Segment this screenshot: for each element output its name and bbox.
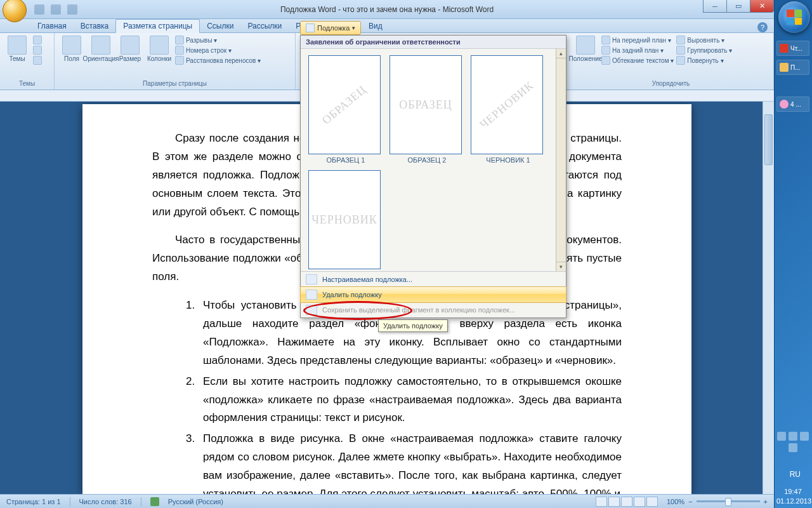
watermark-icon (306, 23, 315, 32)
position-icon (576, 36, 595, 55)
zoom-level[interactable]: 100% (667, 498, 684, 505)
tab-page-layout[interactable]: Разметка страницы (115, 19, 200, 33)
undo-icon[interactable] (51, 4, 61, 15)
draft-view[interactable] (646, 497, 658, 507)
help-button[interactable]: ? (757, 22, 768, 32)
theme-fonts-icon[interactable] (33, 46, 42, 55)
tray-icons[interactable] (776, 432, 809, 452)
front-icon (601, 36, 610, 44)
group-label-arrange: Упорядочить (572, 80, 769, 88)
status-page[interactable]: Страница: 1 из 1 (6, 498, 61, 505)
bring-front-button[interactable]: На передний план ▾ (601, 36, 674, 44)
custom-watermark-icon (306, 274, 317, 284)
tab-mailings[interactable]: Рассылки (240, 20, 289, 32)
theme-colors-icon[interactable] (33, 36, 42, 44)
yandex-icon (780, 44, 789, 53)
line-numbers-icon (175, 46, 184, 55)
gallery-scrollbar[interactable] (556, 49, 566, 271)
back-icon (601, 46, 610, 55)
print-layout-view[interactable] (596, 497, 607, 507)
breaks-icon (175, 36, 184, 44)
watermark-thumb-sample1[interactable]: ОБРАЗЕЦОБРАЗЕЦ 1 (308, 55, 383, 164)
line-numbers-button[interactable]: Номера строк ▾ (175, 46, 261, 55)
quick-access-toolbar (34, 4, 77, 15)
status-bar: Страница: 1 из 1 Число слов: 316 Русский… (0, 494, 774, 508)
save-icon[interactable] (34, 4, 44, 15)
remove-watermark-item[interactable]: Удалить подложку (300, 286, 566, 303)
save-watermark-item: Сохранить выделенный фрагмент в коллекци… (301, 302, 566, 318)
hyphenation-button[interactable]: Расстановка переносов ▾ (175, 56, 261, 65)
taskbar-item-explorer[interactable]: П... (776, 60, 809, 75)
maximize-button[interactable]: ▭ (726, 0, 750, 13)
list-item: Подложка в виде рисунка. В окне «настраи… (198, 430, 622, 494)
group-button[interactable]: Группировать ▾ (676, 46, 732, 55)
status-word-count[interactable]: Число слов: 316 (79, 498, 132, 505)
themes-button[interactable]: Темы (4, 36, 30, 80)
proofing-icon[interactable] (150, 497, 159, 506)
dropdown-section-header: Заявления об ограничении ответственности (301, 36, 566, 49)
send-back-button[interactable]: На задний план ▾ (601, 46, 674, 55)
tab-view[interactable]: Вид (362, 20, 390, 32)
breaks-button[interactable]: Разрывы ▾ (175, 36, 261, 44)
messages-icon (780, 100, 789, 109)
zoom-slider[interactable] (697, 500, 760, 502)
windows-logo-icon (787, 10, 802, 25)
watermark-thumb-draft2[interactable]: ЧЕРНОВИКЧЕРНОВИК 2 (308, 170, 383, 271)
ribbon-tabs: Главная Вставка Разметка страницы Ссылки… (0, 19, 774, 33)
zoom-in-button[interactable]: + (764, 498, 768, 505)
watermark-button[interactable]: Подложка (300, 21, 361, 35)
taskbar-item-yandex[interactable]: Чт... (776, 41, 809, 56)
full-screen-view[interactable] (608, 497, 620, 507)
start-button[interactable] (778, 1, 810, 33)
titlebar: Подложка Word - что это и зачем она нужн… (0, 0, 774, 19)
group-label-page-setup: Параметры страницы (58, 80, 291, 88)
outline-view[interactable] (634, 497, 645, 507)
size-button[interactable]: Размер (117, 36, 143, 80)
custom-watermark-item[interactable]: Настраиваемая подложка... (301, 272, 566, 287)
list-item: Если вы хотите настроить подложку самост… (198, 373, 622, 428)
watermark-thumb-draft1[interactable]: ЧЕРНОВИКЧЕРНОВИК 1 (471, 55, 546, 164)
theme-effects-icon[interactable] (33, 56, 42, 65)
group-label-themes: Темы (4, 80, 50, 88)
save-watermark-icon (306, 305, 317, 315)
office-button[interactable] (3, 0, 27, 22)
watermark-thumb-sample2[interactable]: ОБРАЗЕЦОБРАЗЕЦ 2 (390, 55, 464, 164)
watermark-gallery: ОБРАЗЕЦОБРАЗЕЦ 1 ОБРАЗЕЦОБРАЗЕЦ 2 ЧЕРНОВ… (301, 49, 566, 271)
tab-home[interactable]: Главная (30, 20, 74, 32)
margins-button[interactable]: Поля (58, 36, 85, 80)
taskbar-item-messages[interactable]: 4 ... (776, 97, 809, 112)
scrollbar-thumb[interactable] (764, 114, 773, 165)
window-title: Подложка Word - что это и зачем она нужн… (0, 5, 774, 14)
align-icon (676, 36, 685, 44)
view-buttons (596, 497, 658, 507)
tab-insert[interactable]: Вставка (74, 20, 116, 32)
rotate-button[interactable]: Повернуть ▾ (676, 56, 732, 65)
themes-icon (8, 36, 27, 55)
remove-watermark-icon (306, 290, 317, 300)
windows-taskbar: Чт... П... 4 ... RU 19:4701.12.2013 (774, 0, 812, 508)
margins-icon (62, 36, 81, 55)
status-language[interactable]: Русский (Россия) (168, 498, 223, 505)
size-icon (121, 36, 140, 55)
tray-clock[interactable]: 19:4701.12.2013 (776, 487, 809, 505)
tab-references[interactable]: Ссылки (200, 20, 240, 32)
group-icon (676, 46, 685, 55)
hyphenation-icon (175, 56, 184, 65)
columns-icon (150, 36, 169, 55)
redo-icon[interactable] (67, 4, 77, 15)
minimize-button[interactable]: ─ (703, 0, 727, 13)
align-button[interactable]: Выровнять ▾ (676, 36, 732, 44)
zoom-out-button[interactable]: − (688, 498, 692, 505)
web-layout-view[interactable] (621, 497, 632, 507)
close-button[interactable]: ✕ (750, 0, 774, 13)
folder-icon (780, 63, 789, 72)
wrap-icon (601, 56, 610, 65)
orientation-button[interactable]: Ориентация (88, 36, 114, 80)
columns-button[interactable]: Колонки (146, 36, 173, 80)
vertical-scrollbar[interactable] (763, 102, 774, 494)
text-wrap-button[interactable]: Обтекание текстом ▾ (601, 56, 674, 65)
watermark-dropdown: Заявления об ограничении ответственности… (300, 35, 566, 318)
position-button[interactable]: Положение (572, 36, 599, 80)
tray-language[interactable]: RU (790, 470, 801, 479)
orientation-icon (91, 36, 110, 55)
